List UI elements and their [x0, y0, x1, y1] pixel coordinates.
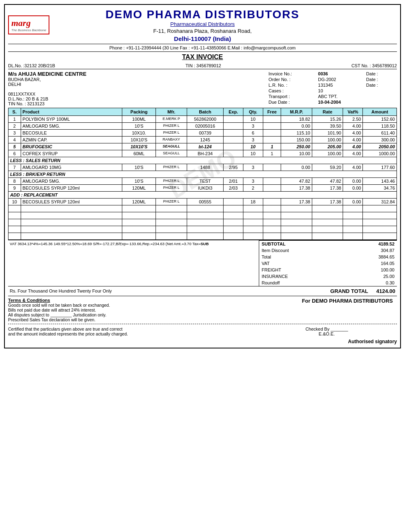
table-cell: 4.00 [343, 122, 363, 129]
table-cell-empty [343, 226, 363, 233]
table-cell: POLYBION SYP 100ML [21, 115, 122, 122]
subtotal-value: 4189.52 [343, 240, 397, 247]
table-cell: bt-124 [187, 143, 223, 150]
table-cell: PHIZER L [156, 122, 187, 129]
table-cell: AMLOGARD 5MG. [21, 122, 122, 129]
cases-label: Cases : [267, 88, 317, 94]
table-cell: 120ML [122, 184, 156, 191]
invoice-title: TAX INVOICE [8, 53, 397, 61]
invoice-details: Invoice No.: 0036 Date : Order No. : DG-… [267, 71, 397, 106]
table-cell-empty [263, 205, 281, 212]
table-cell: 2/03 [224, 184, 243, 191]
th-vat: Vat% [343, 108, 363, 115]
table-row-empty [9, 212, 397, 219]
table-cell: 10X10'S [122, 143, 156, 150]
table-cell [263, 184, 281, 191]
table-cell: 1488 [187, 164, 223, 171]
table-row-empty [9, 219, 397, 226]
table-cell-empty [21, 219, 122, 226]
billing-addr2: DELHI [8, 82, 263, 87]
table-cell: 100.00 [312, 136, 343, 143]
section-label: LESS : SALES RETURN [9, 157, 397, 164]
contact-line: Phone : +91-11-23994444 (30 Line Fax : +… [8, 44, 397, 52]
transport-value: ABC TPT. [317, 94, 365, 99]
table-cell-empty [122, 219, 156, 226]
dl-no: DL.No. :32132 20B/21B [8, 63, 55, 68]
table-cell: 18.82 [281, 115, 312, 122]
checked-by-section: Checked By _______ E.&O.E. [305, 327, 348, 344]
terms-line2: Bills not paid due date will attract 24%… [8, 308, 110, 312]
table-cell-empty [224, 226, 243, 233]
freight-value: 100.00 [343, 267, 397, 273]
table-cell: 10 [243, 150, 263, 157]
table-cell-empty [187, 205, 223, 212]
table-cell-empty [243, 212, 263, 219]
table-cell: 4.00 [343, 129, 363, 136]
table-cell: 2/95 [224, 164, 243, 171]
billing-name: M/s AHUJA MEDICINE CENTRE [8, 71, 263, 77]
table-row: 4AZMIN CAP.10X10'SRANBAXY12453150.00100.… [9, 136, 397, 143]
terms-left: Terms & Conditions Goods once sold will … [8, 298, 110, 322]
table-cell [224, 143, 243, 150]
table-cell: 8 [9, 177, 21, 184]
terms-section: Terms & Conditions Goods once sold will … [8, 296, 397, 322]
and-amount-text: and the amount indicated represents the … [8, 331, 305, 336]
table-cell-empty [312, 226, 343, 233]
table-cell: 00739 [187, 129, 223, 136]
table-cell: BECOSULES SYRUP 120ml [21, 184, 122, 191]
table-cell [263, 164, 281, 171]
table-cell: 3 [243, 164, 263, 171]
table-cell: SEAGULL [156, 143, 187, 150]
table-cell-empty [263, 219, 281, 226]
table-cell: PHIZER L [156, 129, 187, 136]
table-row: 7AMLOGARD 10MG10'SPHIZER L14882/9530.005… [9, 164, 397, 171]
table-cell-empty [281, 205, 312, 212]
product-table-wrapper: DEMO S. Product Packing Mfr. Batch Exp. … [8, 108, 397, 240]
table-cell-empty [343, 205, 363, 212]
table-cell-empty [156, 226, 187, 233]
th-batch: Batch [187, 108, 223, 115]
table-cell [263, 122, 281, 129]
table-cell: 0.00 [343, 198, 363, 205]
table-cell-empty [21, 226, 122, 233]
table-cell: 4.00 [343, 164, 363, 171]
certified-text: Certified that the particulars given abo… [8, 327, 305, 331]
terms-line1: Goods once sold will not be taken back o… [8, 303, 110, 308]
table-cell-empty [187, 212, 223, 219]
table-cell-empty [224, 205, 243, 212]
table-cell-empty [9, 226, 21, 233]
table-cell-empty [21, 212, 122, 219]
table-cell: 18 [243, 198, 263, 205]
table-cell [224, 136, 243, 143]
vat-value: 164.05 [343, 260, 397, 267]
table-cell: 2 [243, 184, 263, 191]
table-cell: 60ML [122, 150, 156, 157]
table-row: 9BECOSULES SYRUP 120ml120MLPHIZER LIUKDI… [9, 184, 397, 191]
logo-box: marg The Business Backbone [8, 15, 49, 34]
tin: TIN : 3456789012 [185, 63, 221, 68]
table-cell: 10X10'S [122, 136, 156, 143]
table-cell-empty [122, 226, 156, 233]
table-cell-empty [281, 219, 312, 226]
amount-words: Rs. Four Thousand One Hundred Twenty Fou… [8, 286, 329, 296]
table-cell: 0.00 [343, 177, 363, 184]
table-cell: PHIZER L [156, 198, 187, 205]
eoe: E.&O.E. [305, 331, 348, 336]
invoice-header: marg The Business Backbone DEMO PHARMA D… [8, 8, 397, 42]
table-cell-empty [343, 233, 363, 239]
table-cell: 152.60 [363, 115, 397, 122]
table-cell-empty [281, 212, 312, 219]
lr-label: L.R. No. : [267, 82, 317, 88]
table-cell: E.MERK P [156, 115, 187, 122]
table-cell-empty [343, 219, 363, 226]
totals-right: SUBTOTAL 4189.52 Item Discount 304.87 To… [259, 240, 397, 286]
th-sno: S. [9, 108, 21, 115]
table-cell: 300.00 [363, 136, 397, 143]
table-cell: 250.00 [281, 143, 312, 150]
table-cell: 10X10. [122, 129, 156, 136]
table-cell [224, 198, 243, 205]
table-cell: 10.00 [281, 150, 312, 157]
table-cell: 611.40 [363, 129, 397, 136]
footer-section: Certified that the particulars given abo… [8, 327, 397, 344]
vat-totals-section: VAT 3634.13*4%=145.36 149.55*12.50%=18.6… [8, 240, 397, 286]
